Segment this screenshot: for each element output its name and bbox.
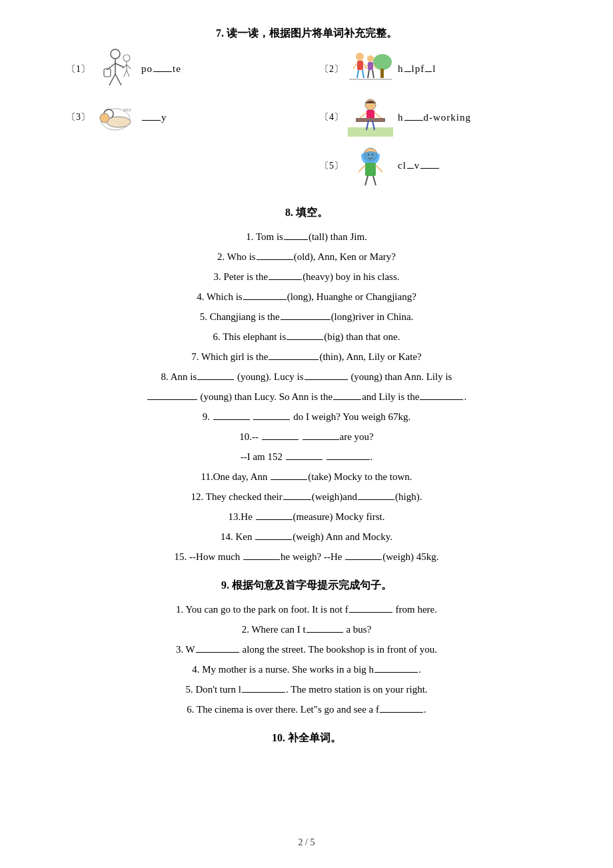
item-4: 〔4〕	[320, 97, 573, 137]
figure-1	[94, 47, 137, 91]
item-3: 〔3〕 zzz y	[67, 98, 320, 137]
item-5-num: 〔5〕	[320, 160, 343, 172]
svg-line-25	[368, 70, 369, 78]
item-4-word: hd-working	[398, 112, 471, 123]
line-9-5: 5. Don't turn l. The metro station is on…	[40, 679, 573, 699]
item-2: 〔2〕	[320, 49, 573, 89]
page-footer: 2 / 5	[40, 837, 573, 848]
line-8-4: 4. Which is(long), Huanghe or Changjiang…	[40, 287, 573, 307]
row-1: 〔1〕	[67, 47, 573, 91]
line-8-17: 15. --How much he weigh? --He (weigh) 45…	[40, 547, 573, 567]
item-3-num: 〔3〕	[67, 111, 90, 123]
svg-line-3	[115, 63, 124, 67]
svg-line-37	[374, 113, 381, 118]
svg-line-11	[124, 70, 127, 77]
line-9-2: 2. Where can I t a bus?	[40, 619, 573, 639]
section-8-lines: 1. Tom is(tall) than Jim. 2. Who is(old)…	[40, 227, 573, 567]
line-8-6: 6. This elephant is(big) than that one.	[40, 327, 573, 347]
line-8-5: 5. Changjiang is the(long)river in China…	[40, 307, 573, 327]
svg-line-10	[127, 65, 131, 69]
line-8-12: --I am 152 .	[40, 447, 573, 467]
line-8-15: 13.He (measure) Mocky first.	[40, 507, 573, 527]
svg-rect-38	[356, 118, 385, 122]
svg-line-26	[372, 70, 374, 78]
line-8-1: 1. Tom is(tall) than Jim.	[40, 227, 573, 247]
figure-3: zzz	[94, 98, 137, 137]
line-8-2: 2. Who is(old), Ann, Ken or Mary?	[40, 247, 573, 267]
svg-point-43	[372, 153, 373, 155]
svg-rect-16	[357, 61, 363, 70]
images-grid: 〔1〕	[67, 47, 573, 194]
line-9-6: 6. The cinema is over there. Let"s go an…	[40, 699, 573, 719]
svg-point-0	[111, 49, 120, 59]
section-9-title: 9. 根据句意及首字母提示完成句子。	[40, 579, 573, 593]
section-10: 10. 补全单词。	[40, 731, 573, 745]
figure-4	[347, 97, 394, 137]
svg-line-19	[357, 70, 358, 78]
svg-line-12	[127, 70, 129, 77]
figure-5	[347, 144, 394, 187]
section-7: 7. 读一读，根据图片将单词补充完整。 〔1〕	[40, 27, 573, 194]
svg-line-46	[376, 165, 382, 172]
section-9: 9. 根据句意及首字母提示完成句子。 1. You can go to the …	[40, 579, 573, 719]
svg-point-31	[100, 113, 109, 123]
line-9-4: 4. My mother is a nurse. She works in a …	[40, 659, 573, 679]
svg-line-48	[373, 176, 376, 185]
item-1-num: 〔1〕	[67, 63, 90, 75]
svg-text:zzz: zzz	[123, 106, 131, 113]
figure-2	[347, 49, 394, 89]
line-8-11: 10.-- are you?	[40, 427, 573, 447]
svg-line-20	[362, 70, 364, 78]
item-5: 〔5〕	[320, 144, 573, 187]
line-9-1: 1. You can go to the park on foot. It is…	[40, 599, 573, 619]
svg-rect-14	[380, 69, 384, 78]
page: 7. 读一读，根据图片将单词补充完整。 〔1〕	[0, 0, 613, 868]
svg-point-30	[107, 117, 131, 127]
section-9-lines: 1. You can go to the park on foot. It is…	[40, 599, 573, 719]
item-1: 〔1〕	[67, 47, 320, 91]
page-number: 2 / 5	[299, 837, 315, 847]
item-4-num: 〔4〕	[320, 111, 343, 123]
svg-line-45	[358, 165, 365, 172]
svg-line-47	[365, 176, 368, 185]
item-3-word: y	[141, 112, 167, 123]
line-8-3: 3. Peter is the(heavy) boy in his class.	[40, 267, 573, 287]
svg-rect-44	[365, 163, 376, 176]
svg-point-42	[368, 153, 369, 155]
svg-line-17	[353, 63, 357, 69]
svg-point-15	[356, 53, 364, 61]
svg-point-21	[367, 55, 374, 62]
line-8-7: 7. Which girl is the(thin), Ann, Lily or…	[40, 347, 573, 367]
line-8-8: 8. Ann is (young). Lucy is (young) than …	[40, 367, 573, 387]
row-2: 〔3〕 zzz y	[67, 97, 573, 137]
svg-rect-33	[348, 127, 393, 137]
svg-line-5	[115, 74, 121, 85]
svg-line-36	[360, 113, 366, 118]
line-8-14: 12. They checked their(weigh)and(high).	[40, 487, 573, 507]
item-1-word: pote	[141, 63, 181, 75]
section-8-title: 8. 填空。	[40, 206, 573, 220]
section-7-title: 7. 读一读，根据图片将单词补充完整。	[40, 27, 573, 41]
line-8-10: 9. do I weigh? You weigh 67kg.	[40, 407, 573, 427]
section-8: 8. 填空。 1. Tom is(tall) than Jim. 2. Who …	[40, 206, 573, 567]
row-3: 〔5〕	[67, 144, 573, 187]
line-9-3: 3. W along the street. The bookshop is i…	[40, 639, 573, 659]
item-2-num: 〔2〕	[320, 63, 343, 75]
item-5-word: clv	[398, 160, 440, 171]
line-8-9: (young) than Lucy. So Ann is theand Lily…	[40, 387, 573, 407]
section-10-title: 10. 补全单词。	[40, 731, 573, 745]
line-8-13: 11.One day, Ann (take) Mocky to the town…	[40, 467, 573, 487]
line-8-16: 14. Ken (weigh) Ann and Mocky.	[40, 527, 573, 547]
svg-rect-22	[368, 62, 373, 70]
item-2-word: hlpfl	[398, 63, 436, 75]
svg-point-7	[123, 55, 130, 61]
